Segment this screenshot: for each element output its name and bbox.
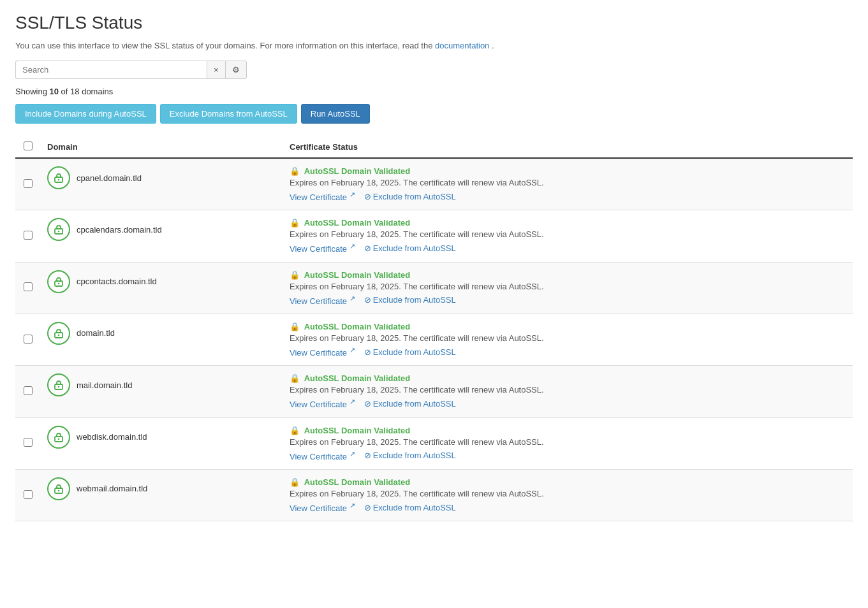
exclude-from-autossl-link[interactable]: ⊘Exclude from AutoSSL	[364, 192, 456, 201]
search-clear-button[interactable]: ×	[207, 61, 225, 79]
table-row: domain.tld 🔒 AutoSSL Domain Validated Ex…	[15, 314, 853, 365]
external-link-icon: ↗	[349, 450, 355, 458]
domain-name: cpanel.domain.tld	[77, 173, 142, 183]
cert-validated-text: AutoSSL Domain Validated	[304, 373, 411, 383]
domain-name: domain.tld	[77, 328, 115, 338]
exclude-from-autossl-link[interactable]: ⊘Exclude from AutoSSL	[364, 295, 456, 305]
cert-lock-icon: 🔒	[290, 166, 300, 176]
cert-lock-icon: 🔒	[290, 373, 300, 383]
cert-status-label: 🔒 AutoSSL Domain Validated	[290, 426, 846, 435]
domain-name: cpcalendars.domain.tld	[77, 225, 162, 235]
cert-validated-text: AutoSSL Domain Validated	[304, 270, 411, 280]
external-link-icon: ↗	[349, 502, 355, 509]
svg-point-1	[58, 179, 60, 181]
table-row: mail.domain.tld 🔒 AutoSSL Domain Validat…	[15, 366, 853, 417]
row-checkbox[interactable]	[24, 179, 33, 188]
cert-validated-text: AutoSSL Domain Validated	[304, 322, 411, 331]
svg-point-9	[58, 386, 60, 388]
external-link-icon: ↗	[349, 398, 355, 405]
ssl-lock-icon	[47, 426, 70, 449]
cert-lock-icon: 🔒	[290, 270, 300, 280]
view-certificate-link[interactable]: View Certificate ↗	[290, 502, 355, 513]
domain-name: cpcontacts.domain.tld	[77, 277, 157, 286]
cert-validated-text: AutoSSL Domain Validated	[304, 426, 411, 435]
cert-lock-icon: 🔒	[290, 426, 300, 435]
domains-table: Domain Certificate Status cpanel.domain.…	[15, 136, 853, 521]
col-domain: Domain	[41, 136, 283, 158]
table-row: webdisk.domain.tld 🔒 AutoSSL Domain Vali…	[15, 417, 853, 469]
exclude-from-autossl-link[interactable]: ⊘Exclude from AutoSSL	[364, 243, 456, 253]
cert-status-label: 🔒 AutoSSL Domain Validated	[290, 218, 846, 228]
exclude-from-autossl-link[interactable]: ⊘Exclude from AutoSSL	[364, 503, 456, 512]
exclude-icon: ⊘	[364, 192, 371, 201]
svg-point-3	[58, 231, 60, 233]
exclude-icon: ⊘	[364, 295, 371, 305]
exclude-icon: ⊘	[364, 451, 371, 460]
ssl-lock-icon	[47, 218, 70, 241]
table-row: webmail.domain.tld 🔒 AutoSSL Domain Vali…	[15, 469, 853, 521]
table-row: cpcalendars.domain.tld 🔒 AutoSSL Domain …	[15, 210, 853, 262]
cert-expires-text: Expires on February 18, 2025. The certif…	[290, 437, 846, 447]
ssl-lock-icon	[47, 322, 70, 345]
cert-expires-text: Expires on February 18, 2025. The certif…	[290, 385, 846, 394]
showing-current: 10	[50, 87, 59, 96]
search-settings-button[interactable]: ⚙	[225, 61, 247, 79]
search-bar: × ⚙	[15, 61, 853, 79]
cert-expires-text: Expires on February 18, 2025. The certif…	[290, 282, 846, 291]
row-checkbox[interactable]	[24, 335, 33, 344]
row-checkbox[interactable]	[24, 282, 33, 291]
select-all-checkbox[interactable]	[24, 141, 33, 150]
exclude-icon: ⊘	[364, 503, 371, 512]
documentation-link[interactable]: documentation	[435, 41, 489, 50]
row-checkbox[interactable]	[24, 231, 33, 240]
external-link-icon: ↗	[349, 242, 355, 250]
ssl-lock-icon	[47, 166, 70, 189]
exclude-from-autossl-link[interactable]: ⊘Exclude from AutoSSL	[364, 347, 456, 357]
cert-expires-text: Expires on February 18, 2025. The certif…	[290, 229, 846, 239]
page-title: SSL/TLS Status	[15, 13, 853, 33]
svg-point-5	[58, 282, 60, 284]
cert-validated-text: AutoSSL Domain Validated	[304, 166, 411, 176]
view-certificate-link[interactable]: View Certificate ↗	[290, 191, 355, 202]
view-certificate-link[interactable]: View Certificate ↗	[290, 294, 355, 306]
domain-name: mail.domain.tld	[77, 380, 132, 390]
ssl-lock-icon	[47, 477, 70, 500]
cert-lock-icon: 🔒	[290, 218, 300, 228]
view-certificate-link[interactable]: View Certificate ↗	[290, 398, 355, 409]
showing-total: 18	[70, 87, 79, 96]
include-domains-button[interactable]: Include Domains during AutoSSL	[15, 104, 156, 124]
view-certificate-link[interactable]: View Certificate ↗	[290, 346, 355, 358]
page-description: You can use this interface to view the S…	[15, 41, 853, 50]
cert-expires-text: Expires on February 18, 2025. The certif…	[290, 489, 846, 498]
cert-expires-text: Expires on February 18, 2025. The certif…	[290, 333, 846, 343]
cert-status-label: 🔒 AutoSSL Domain Validated	[290, 322, 846, 331]
external-link-icon: ↗	[349, 191, 355, 198]
row-checkbox[interactable]	[24, 490, 33, 499]
row-checkbox[interactable]	[24, 438, 33, 447]
search-input[interactable]	[15, 61, 207, 79]
exclude-from-autossl-link[interactable]: ⊘Exclude from AutoSSL	[364, 399, 456, 409]
exclude-domains-button[interactable]: Exclude Domains from AutoSSL	[160, 104, 297, 124]
cert-status-label: 🔒 AutoSSL Domain Validated	[290, 166, 846, 176]
exclude-icon: ⊘	[364, 347, 371, 357]
table-row: cpcontacts.domain.tld 🔒 AutoSSL Domain V…	[15, 262, 853, 314]
exclude-icon: ⊘	[364, 243, 371, 253]
domain-name: webdisk.domain.tld	[77, 432, 147, 442]
ssl-lock-icon	[47, 270, 70, 293]
view-certificate-link[interactable]: View Certificate ↗	[290, 242, 355, 254]
table-row: cpanel.domain.tld 🔒 AutoSSL Domain Valid…	[15, 158, 853, 210]
view-certificate-link[interactable]: View Certificate ↗	[290, 450, 355, 461]
svg-point-7	[58, 335, 60, 337]
ssl-lock-icon	[47, 373, 70, 396]
action-buttons: Include Domains during AutoSSL Exclude D…	[15, 104, 853, 124]
cert-status-label: 🔒 AutoSSL Domain Validated	[290, 373, 846, 383]
svg-point-13	[58, 490, 60, 492]
row-checkbox[interactable]	[24, 386, 33, 395]
run-autossl-button[interactable]: Run AutoSSL	[301, 104, 370, 124]
svg-point-11	[58, 438, 60, 440]
col-cert-status: Certificate Status	[283, 136, 853, 158]
domain-name: webmail.domain.tld	[77, 484, 147, 493]
cert-lock-icon: 🔒	[290, 322, 300, 331]
exclude-from-autossl-link[interactable]: ⊘Exclude from AutoSSL	[364, 451, 456, 460]
exclude-icon: ⊘	[364, 399, 371, 409]
